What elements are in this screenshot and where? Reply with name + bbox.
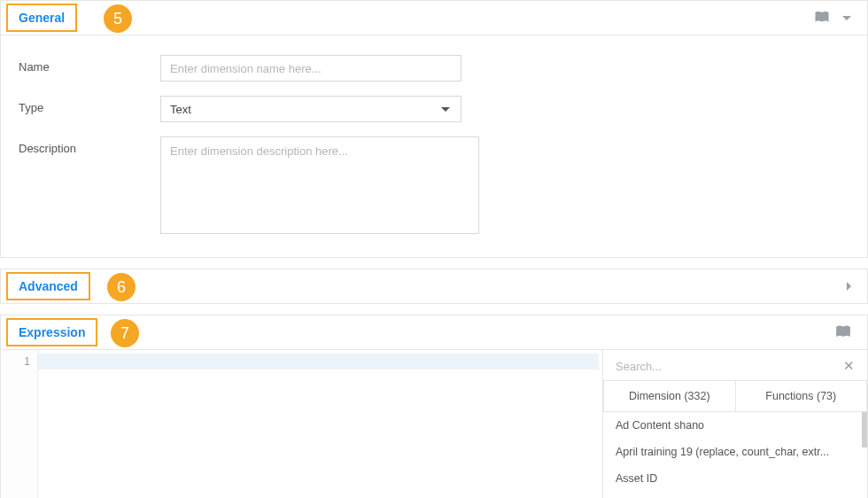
tab-dimension[interactable]: Dimension (332) bbox=[603, 380, 736, 411]
callout-badge-5: 5 bbox=[104, 4, 132, 33]
expression-editor[interactable]: 1 bbox=[1, 350, 603, 498]
chevron-down-icon bbox=[441, 107, 450, 112]
general-title: General bbox=[19, 11, 65, 25]
type-select[interactable]: Text bbox=[160, 96, 461, 122]
tab-functions[interactable]: Functions (73) bbox=[736, 380, 868, 411]
scrollbar[interactable] bbox=[862, 412, 867, 447]
chevron-right-icon[interactable] bbox=[847, 282, 851, 291]
expression-section-header[interactable]: Expression 7 bbox=[0, 315, 868, 350]
list-item[interactable]: Asset ID bbox=[603, 465, 867, 492]
chevron-down-icon[interactable] bbox=[842, 16, 851, 20]
general-section-body: Name Type Text Description bbox=[0, 35, 868, 258]
expression-side-panel: ✕ Dimension (332) Functions (73) Ad Cont… bbox=[603, 350, 867, 498]
name-input[interactable] bbox=[160, 55, 461, 82]
name-label: Name bbox=[19, 55, 160, 74]
editor-gutter: 1 bbox=[1, 350, 38, 498]
advanced-section-header[interactable]: Advanced 6 bbox=[0, 268, 868, 304]
type-select-value: Text bbox=[170, 103, 441, 116]
advanced-title: Advanced bbox=[19, 279, 78, 293]
close-icon[interactable]: ✕ bbox=[840, 354, 858, 377]
docs-icon[interactable] bbox=[814, 10, 830, 26]
description-label: Description bbox=[19, 136, 160, 155]
search-input[interactable] bbox=[616, 360, 840, 373]
editor-content[interactable] bbox=[38, 350, 602, 498]
gutter-line-1: 1 bbox=[1, 354, 37, 370]
list-item[interactable]: Ad Content shano bbox=[603, 412, 867, 439]
callout-badge-6: 6 bbox=[107, 273, 136, 301]
side-tabs: Dimension (332) Functions (73) bbox=[603, 380, 867, 412]
list-item[interactable]: April training 19 (replace, count_char, … bbox=[603, 439, 867, 465]
docs-icon[interactable] bbox=[835, 324, 851, 340]
editor-active-line[interactable] bbox=[38, 354, 599, 370]
type-label: Type bbox=[19, 96, 160, 114]
dimension-list: Ad Content shano April training 19 (repl… bbox=[603, 412, 867, 498]
general-section-header[interactable]: General 5 bbox=[0, 0, 868, 35]
expression-section-body: 1 ✕ Dimension (332) Functions (73) Ad Co… bbox=[0, 350, 868, 498]
callout-badge-7: 7 bbox=[111, 319, 139, 347]
expression-title: Expression bbox=[19, 325, 85, 339]
description-input[interactable] bbox=[160, 136, 479, 234]
